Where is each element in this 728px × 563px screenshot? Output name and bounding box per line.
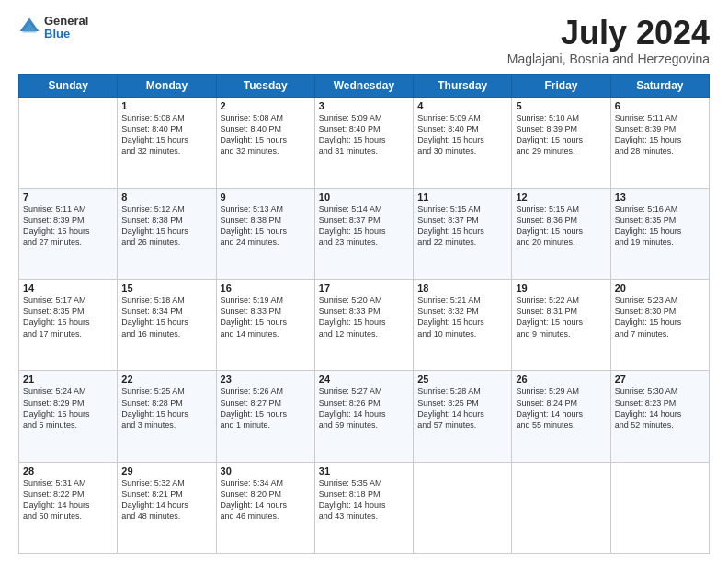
cell-info: Sunrise: 5:17 AM Sunset: 8:35 PM Dayligh…: [23, 294, 113, 339]
calendar-cell: 19Sunrise: 5:22 AM Sunset: 8:31 PM Dayli…: [512, 280, 610, 371]
calendar-cell: 30Sunrise: 5:34 AM Sunset: 8:20 PM Dayli…: [216, 462, 314, 553]
calendar-week: 21Sunrise: 5:24 AM Sunset: 8:29 PM Dayli…: [19, 371, 710, 462]
calendar-cell: 15Sunrise: 5:18 AM Sunset: 8:34 PM Dayli…: [118, 280, 216, 371]
cell-info: Sunrise: 5:20 AM Sunset: 8:33 PM Dayligh…: [319, 294, 409, 339]
day-number: 14: [23, 282, 113, 293]
day-number: 31: [319, 465, 409, 477]
calendar-cell: 13Sunrise: 5:16 AM Sunset: 8:35 PM Dayli…: [610, 188, 709, 279]
cell-info: Sunrise: 5:30 AM Sunset: 8:23 PM Dayligh…: [615, 385, 705, 431]
cell-info: Sunrise: 5:24 AM Sunset: 8:29 PM Dayligh…: [23, 385, 113, 431]
day-number: 9: [221, 191, 311, 202]
day-number: 24: [319, 373, 409, 385]
cell-info: Sunrise: 5:13 AM Sunset: 8:38 PM Dayligh…: [221, 203, 311, 248]
day-header: Saturday: [610, 74, 709, 97]
day-number: 17: [319, 282, 409, 293]
cell-info: Sunrise: 5:15 AM Sunset: 8:37 PM Dayligh…: [417, 203, 507, 248]
calendar-cell: 5Sunrise: 5:10 AM Sunset: 8:39 PM Daylig…: [512, 97, 610, 188]
day-number: 16: [221, 282, 311, 293]
calendar-cell: 12Sunrise: 5:15 AM Sunset: 8:36 PM Dayli…: [512, 188, 610, 279]
day-number: 15: [121, 282, 211, 293]
cell-info: Sunrise: 5:22 AM Sunset: 8:31 PM Dayligh…: [516, 294, 606, 339]
title-area: July 2024 Maglajani, Bosnia and Herzegov…: [507, 15, 710, 66]
calendar-cell: 4Sunrise: 5:09 AM Sunset: 8:40 PM Daylig…: [414, 97, 512, 188]
day-number: 8: [121, 191, 211, 202]
logo: General Blue: [18, 15, 88, 41]
cell-info: Sunrise: 5:14 AM Sunset: 8:37 PM Dayligh…: [319, 203, 409, 248]
calendar-cell: 28Sunrise: 5:31 AM Sunset: 8:22 PM Dayli…: [19, 462, 118, 553]
cell-info: Sunrise: 5:11 AM Sunset: 8:39 PM Dayligh…: [615, 112, 705, 157]
day-header: Thursday: [414, 74, 512, 97]
day-number: 2: [221, 100, 311, 111]
calendar-week: 28Sunrise: 5:31 AM Sunset: 8:22 PM Dayli…: [19, 462, 710, 553]
day-header: Sunday: [19, 74, 118, 97]
cell-info: Sunrise: 5:28 AM Sunset: 8:25 PM Dayligh…: [417, 385, 507, 431]
calendar-week: 7Sunrise: 5:11 AM Sunset: 8:39 PM Daylig…: [19, 188, 710, 279]
day-number: 27: [615, 373, 705, 385]
calendar-week: 1Sunrise: 5:08 AM Sunset: 8:40 PM Daylig…: [19, 97, 710, 188]
day-number: 21: [23, 373, 113, 385]
calendar-table: SundayMondayTuesdayWednesdayThursdayFrid…: [18, 74, 710, 554]
cell-info: Sunrise: 5:29 AM Sunset: 8:24 PM Dayligh…: [516, 385, 606, 431]
day-number: 18: [417, 282, 507, 293]
header-row: SundayMondayTuesdayWednesdayThursdayFrid…: [19, 74, 710, 97]
cell-info: Sunrise: 5:26 AM Sunset: 8:27 PM Dayligh…: [221, 385, 311, 431]
day-number: 30: [221, 465, 311, 477]
cell-info: Sunrise: 5:35 AM Sunset: 8:18 PM Dayligh…: [319, 477, 409, 523]
calendar-cell: 31Sunrise: 5:35 AM Sunset: 8:18 PM Dayli…: [314, 462, 413, 553]
calendar-cell: 10Sunrise: 5:14 AM Sunset: 8:37 PM Dayli…: [314, 188, 413, 279]
calendar-cell: 22Sunrise: 5:25 AM Sunset: 8:28 PM Dayli…: [118, 371, 216, 462]
day-number: 6: [615, 100, 705, 111]
cell-info: Sunrise: 5:23 AM Sunset: 8:30 PM Dayligh…: [615, 294, 705, 339]
day-header: Monday: [118, 74, 216, 97]
logo-text: General Blue: [44, 15, 88, 41]
calendar-cell: 6Sunrise: 5:11 AM Sunset: 8:39 PM Daylig…: [610, 97, 709, 188]
month-title: July 2024: [507, 15, 710, 52]
day-number: 11: [417, 191, 507, 202]
calendar-cell: 8Sunrise: 5:12 AM Sunset: 8:38 PM Daylig…: [118, 188, 216, 279]
day-number: 23: [221, 373, 311, 385]
cell-info: Sunrise: 5:09 AM Sunset: 8:40 PM Dayligh…: [319, 112, 409, 157]
day-number: 3: [319, 100, 409, 111]
calendar-cell: 26Sunrise: 5:29 AM Sunset: 8:24 PM Dayli…: [512, 371, 610, 462]
cell-info: Sunrise: 5:21 AM Sunset: 8:32 PM Dayligh…: [417, 294, 507, 339]
day-number: 29: [121, 465, 211, 477]
day-number: 22: [121, 373, 211, 385]
calendar-cell: 11Sunrise: 5:15 AM Sunset: 8:37 PM Dayli…: [414, 188, 512, 279]
calendar-cell: [610, 462, 709, 553]
cell-info: Sunrise: 5:10 AM Sunset: 8:39 PM Dayligh…: [516, 112, 606, 157]
day-number: 13: [615, 191, 705, 202]
cell-info: Sunrise: 5:18 AM Sunset: 8:34 PM Dayligh…: [121, 294, 211, 339]
day-number: 20: [615, 282, 705, 293]
day-number: 28: [23, 465, 113, 477]
logo-blue: Blue: [44, 28, 88, 40]
cell-info: Sunrise: 5:32 AM Sunset: 8:21 PM Dayligh…: [121, 477, 211, 523]
day-number: 19: [516, 282, 606, 293]
day-number: 26: [516, 373, 606, 385]
cell-info: Sunrise: 5:11 AM Sunset: 8:39 PM Dayligh…: [23, 203, 113, 248]
day-number: 12: [516, 191, 606, 202]
calendar-cell: 27Sunrise: 5:30 AM Sunset: 8:23 PM Dayli…: [610, 371, 709, 462]
cell-info: Sunrise: 5:15 AM Sunset: 8:36 PM Dayligh…: [516, 203, 606, 248]
calendar-cell: 7Sunrise: 5:11 AM Sunset: 8:39 PM Daylig…: [19, 188, 118, 279]
calendar-cell: 24Sunrise: 5:27 AM Sunset: 8:26 PM Dayli…: [314, 371, 413, 462]
calendar-cell: 16Sunrise: 5:19 AM Sunset: 8:33 PM Dayli…: [216, 280, 314, 371]
calendar-cell: 17Sunrise: 5:20 AM Sunset: 8:33 PM Dayli…: [314, 280, 413, 371]
calendar-week: 14Sunrise: 5:17 AM Sunset: 8:35 PM Dayli…: [19, 280, 710, 371]
calendar-cell: 23Sunrise: 5:26 AM Sunset: 8:27 PM Dayli…: [216, 371, 314, 462]
calendar-cell: 14Sunrise: 5:17 AM Sunset: 8:35 PM Dayli…: [19, 280, 118, 371]
cell-info: Sunrise: 5:08 AM Sunset: 8:40 PM Dayligh…: [121, 112, 211, 157]
day-header: Tuesday: [216, 74, 314, 97]
day-number: 1: [121, 100, 211, 111]
calendar-cell: 25Sunrise: 5:28 AM Sunset: 8:25 PM Dayli…: [414, 371, 512, 462]
calendar-cell: 20Sunrise: 5:23 AM Sunset: 8:30 PM Dayli…: [610, 280, 709, 371]
cell-info: Sunrise: 5:08 AM Sunset: 8:40 PM Dayligh…: [221, 112, 311, 157]
calendar-cell: 2Sunrise: 5:08 AM Sunset: 8:40 PM Daylig…: [216, 97, 314, 188]
cell-info: Sunrise: 5:27 AM Sunset: 8:26 PM Dayligh…: [319, 385, 409, 431]
location: Maglajani, Bosnia and Herzegovina: [507, 52, 710, 66]
day-number: 7: [23, 191, 113, 202]
calendar-cell: 18Sunrise: 5:21 AM Sunset: 8:32 PM Dayli…: [414, 280, 512, 371]
cell-info: Sunrise: 5:34 AM Sunset: 8:20 PM Dayligh…: [221, 477, 311, 523]
calendar-cell: 9Sunrise: 5:13 AM Sunset: 8:38 PM Daylig…: [216, 188, 314, 279]
calendar-cell: 3Sunrise: 5:09 AM Sunset: 8:40 PM Daylig…: [314, 97, 413, 188]
calendar-cell: 21Sunrise: 5:24 AM Sunset: 8:29 PM Dayli…: [19, 371, 118, 462]
